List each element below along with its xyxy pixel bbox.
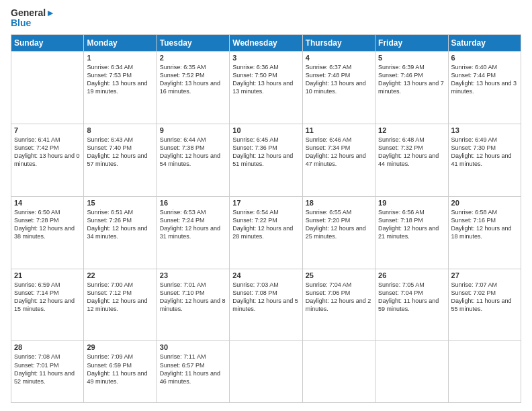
cell-content: Sunrise: 6:43 AM Sunset: 7:40 PM Dayligh… [87, 136, 153, 169]
cell-content: Sunrise: 6:58 AM Sunset: 7:16 PM Dayligh… [451, 208, 518, 241]
day-number: 6 [451, 54, 518, 62]
calendar-table: SundayMondayTuesdayWednesdayThursdayFrid… [11, 34, 521, 403]
day-number: 10 [232, 126, 299, 134]
cell-content: Sunrise: 6:54 AM Sunset: 7:22 PM Dayligh… [232, 208, 299, 241]
day-number: 18 [306, 199, 372, 207]
day-header-tuesday: Tuesday [157, 34, 229, 51]
day-number: 21 [14, 271, 81, 279]
calendar-cell: 15Sunrise: 6:51 AM Sunset: 7:26 PM Dayli… [84, 196, 157, 269]
day-number: 2 [160, 54, 226, 62]
day-number: 14 [14, 199, 81, 207]
day-number: 15 [87, 199, 153, 207]
day-number: 9 [160, 126, 226, 134]
week-row-3: 21Sunrise: 6:59 AM Sunset: 7:14 PM Dayli… [11, 269, 521, 341]
day-number: 13 [451, 126, 518, 134]
cell-content: Sunrise: 6:36 AM Sunset: 7:50 PM Dayligh… [232, 63, 299, 96]
day-number: 20 [451, 199, 518, 207]
day-number: 17 [232, 199, 299, 207]
calendar-cell: 1Sunrise: 6:34 AM Sunset: 7:53 PM Daylig… [84, 51, 157, 124]
week-row-0: 1Sunrise: 6:34 AM Sunset: 7:53 PM Daylig… [11, 51, 521, 124]
calendar-cell: 13Sunrise: 6:49 AM Sunset: 7:30 PM Dayli… [448, 124, 521, 196]
calendar-cell [302, 341, 375, 403]
cell-content: Sunrise: 7:04 AM Sunset: 7:06 PM Dayligh… [306, 281, 372, 314]
calendar-cell: 12Sunrise: 6:48 AM Sunset: 7:32 PM Dayli… [375, 124, 448, 196]
cell-content: Sunrise: 6:53 AM Sunset: 7:24 PM Dayligh… [160, 208, 226, 241]
week-row-4: 28Sunrise: 7:08 AM Sunset: 7:01 PM Dayli… [11, 341, 521, 403]
day-number: 3 [232, 54, 299, 62]
calendar-cell: 6Sunrise: 6:40 AM Sunset: 7:44 PM Daylig… [448, 51, 521, 124]
day-number: 1 [87, 54, 153, 62]
calendar-cell: 7Sunrise: 6:41 AM Sunset: 7:42 PM Daylig… [11, 124, 84, 196]
day-number: 29 [87, 343, 153, 351]
week-row-1: 7Sunrise: 6:41 AM Sunset: 7:42 PM Daylig… [11, 124, 521, 196]
cell-content: Sunrise: 7:00 AM Sunset: 7:12 PM Dayligh… [87, 281, 153, 314]
day-number: 26 [378, 271, 445, 279]
day-number: 24 [232, 271, 299, 279]
calendar-cell [375, 341, 448, 403]
day-number: 27 [451, 271, 518, 279]
logo-graphic: General► Blue [11, 8, 55, 29]
day-number: 4 [306, 54, 372, 62]
calendar-cell: 27Sunrise: 7:07 AM Sunset: 7:02 PM Dayli… [448, 269, 521, 341]
calendar-cell: 22Sunrise: 7:00 AM Sunset: 7:12 PM Dayli… [84, 269, 157, 341]
calendar-cell: 14Sunrise: 6:50 AM Sunset: 7:28 PM Dayli… [11, 196, 84, 269]
cell-content: Sunrise: 6:34 AM Sunset: 7:53 PM Dayligh… [87, 63, 153, 96]
page-header: General► Blue [11, 8, 521, 29]
cell-content: Sunrise: 6:48 AM Sunset: 7:32 PM Dayligh… [378, 136, 445, 169]
day-number: 8 [87, 126, 153, 134]
calendar-cell: 24Sunrise: 7:03 AM Sunset: 7:08 PM Dayli… [230, 269, 302, 341]
cell-content: Sunrise: 6:49 AM Sunset: 7:30 PM Dayligh… [451, 136, 518, 169]
day-header-saturday: Saturday [448, 34, 521, 51]
logo: General► Blue [11, 8, 55, 29]
calendar-cell: 5Sunrise: 6:39 AM Sunset: 7:46 PM Daylig… [375, 51, 448, 124]
calendar-cell: 18Sunrise: 6:55 AM Sunset: 7:20 PM Dayli… [302, 196, 375, 269]
cell-content: Sunrise: 7:03 AM Sunset: 7:08 PM Dayligh… [232, 281, 299, 314]
day-number: 25 [306, 271, 372, 279]
cell-content: Sunrise: 6:35 AM Sunset: 7:52 PM Dayligh… [160, 63, 226, 96]
day-number: 7 [14, 126, 81, 134]
cell-content: Sunrise: 6:51 AM Sunset: 7:26 PM Dayligh… [87, 208, 153, 241]
day-header-friday: Friday [375, 34, 448, 51]
cell-content: Sunrise: 7:08 AM Sunset: 7:01 PM Dayligh… [14, 353, 81, 385]
calendar-cell [230, 341, 302, 403]
calendar-cell: 4Sunrise: 6:37 AM Sunset: 7:48 PM Daylig… [302, 51, 375, 124]
cell-content: Sunrise: 7:09 AM Sunset: 6:59 PM Dayligh… [87, 353, 153, 385]
calendar-cell: 8Sunrise: 6:43 AM Sunset: 7:40 PM Daylig… [84, 124, 157, 196]
day-header-sunday: Sunday [11, 34, 84, 51]
cell-content: Sunrise: 7:01 AM Sunset: 7:10 PM Dayligh… [160, 281, 226, 314]
calendar-cell: 30Sunrise: 7:11 AM Sunset: 6:57 PM Dayli… [157, 341, 229, 403]
day-number: 5 [378, 54, 445, 62]
day-header-thursday: Thursday [302, 34, 375, 51]
logo-blue: Blue [11, 18, 55, 28]
week-row-2: 14Sunrise: 6:50 AM Sunset: 7:28 PM Dayli… [11, 196, 521, 269]
calendar-cell: 10Sunrise: 6:45 AM Sunset: 7:36 PM Dayli… [230, 124, 302, 196]
day-number: 19 [378, 199, 445, 207]
cell-content: Sunrise: 6:59 AM Sunset: 7:14 PM Dayligh… [14, 281, 81, 314]
calendar-cell: 11Sunrise: 6:46 AM Sunset: 7:34 PM Dayli… [302, 124, 375, 196]
calendar-cell: 20Sunrise: 6:58 AM Sunset: 7:16 PM Dayli… [448, 196, 521, 269]
calendar-cell: 16Sunrise: 6:53 AM Sunset: 7:24 PM Dayli… [157, 196, 229, 269]
day-number: 30 [160, 343, 226, 351]
cell-content: Sunrise: 6:45 AM Sunset: 7:36 PM Dayligh… [232, 136, 299, 169]
cell-content: Sunrise: 7:05 AM Sunset: 7:04 PM Dayligh… [378, 281, 445, 314]
day-number: 28 [14, 343, 81, 351]
calendar-cell: 29Sunrise: 7:09 AM Sunset: 6:59 PM Dayli… [84, 341, 157, 403]
cell-content: Sunrise: 6:44 AM Sunset: 7:38 PM Dayligh… [160, 136, 226, 169]
calendar-cell: 28Sunrise: 7:08 AM Sunset: 7:01 PM Dayli… [11, 341, 84, 403]
calendar-cell: 2Sunrise: 6:35 AM Sunset: 7:52 PM Daylig… [157, 51, 229, 124]
cell-content: Sunrise: 6:40 AM Sunset: 7:44 PM Dayligh… [451, 63, 518, 96]
cell-content: Sunrise: 7:11 AM Sunset: 6:57 PM Dayligh… [160, 353, 226, 385]
day-number: 16 [160, 199, 226, 207]
calendar-cell: 19Sunrise: 6:56 AM Sunset: 7:18 PM Dayli… [375, 196, 448, 269]
logo-general: General► [11, 8, 55, 18]
calendar-cell: 9Sunrise: 6:44 AM Sunset: 7:38 PM Daylig… [157, 124, 229, 196]
calendar-cell: 23Sunrise: 7:01 AM Sunset: 7:10 PM Dayli… [157, 269, 229, 341]
day-number: 23 [160, 271, 226, 279]
cell-content: Sunrise: 6:41 AM Sunset: 7:42 PM Dayligh… [14, 136, 81, 169]
calendar-cell: 3Sunrise: 6:36 AM Sunset: 7:50 PM Daylig… [230, 51, 302, 124]
calendar-cell [448, 341, 521, 403]
calendar-cell: 26Sunrise: 7:05 AM Sunset: 7:04 PM Dayli… [375, 269, 448, 341]
cell-content: Sunrise: 6:39 AM Sunset: 7:46 PM Dayligh… [378, 63, 445, 96]
day-header-wednesday: Wednesday [230, 34, 302, 51]
calendar-cell: 25Sunrise: 7:04 AM Sunset: 7:06 PM Dayli… [302, 269, 375, 341]
